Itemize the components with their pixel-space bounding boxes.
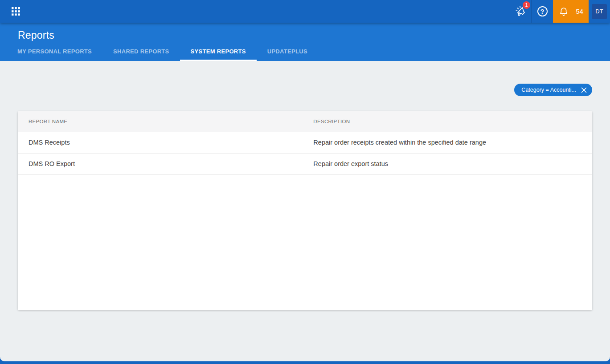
tab-bar: MY PERSONAL REPORTS SHARED REPORTS SYSTE… (7, 41, 318, 61)
notification-count: 54 (576, 8, 583, 15)
reports-table: REPORT NAME DESCRIPTION DMS Receipts Rep… (18, 111, 592, 175)
column-header-report-name: REPORT NAME (18, 111, 303, 132)
report-description-cell[interactable]: Repair order export status (303, 153, 592, 174)
filter-chip[interactable]: Category = Accounti... (514, 84, 592, 96)
report-name-cell[interactable]: DMS RO Export (18, 153, 303, 174)
help-icon: ? (537, 6, 548, 16)
app-grid-icon (12, 7, 20, 16)
filter-bar: Category = Accounti... (0, 61, 610, 96)
notifications-button[interactable]: 54 (553, 0, 589, 23)
announcements-button[interactable]: 1 (510, 0, 531, 23)
bell-icon (558, 6, 569, 17)
report-description-cell[interactable]: Repair order receipts created within the… (303, 132, 592, 153)
app-grid-button[interactable] (11, 7, 20, 16)
help-button[interactable]: ? (532, 0, 553, 23)
tab-system-reports[interactable]: SYSTEM REPORTS (180, 41, 257, 61)
table-row[interactable]: DMS Receipts Repair order receipts creat… (18, 132, 592, 153)
chip-close-icon[interactable] (581, 87, 587, 93)
top-bar: 1 ? 54 DT (0, 0, 610, 23)
report-name-cell[interactable]: DMS Receipts (18, 132, 303, 153)
content-area: Category = Accounti... REPORT NAME DESCR… (0, 61, 610, 361)
column-header-description: DESCRIPTION (303, 111, 592, 132)
table-header-row: REPORT NAME DESCRIPTION (18, 111, 592, 132)
tab-updateplus[interactable]: UPDATEPLUS (257, 41, 318, 61)
page-header: Reports MY PERSONAL REPORTS SHARED REPOR… (0, 23, 610, 61)
tab-my-personal-reports[interactable]: MY PERSONAL REPORTS (7, 41, 102, 61)
announcement-badge: 1 (523, 1, 530, 9)
tab-shared-reports[interactable]: SHARED REPORTS (102, 41, 180, 61)
page-title: Reports (18, 23, 610, 41)
table-row[interactable]: DMS RO Export Repair order export status (18, 153, 592, 174)
page: 1 ? 54 DT Reports MY PERSONAL REPORTS SH… (0, 0, 610, 364)
topbar-actions: 1 ? 54 DT (510, 0, 610, 23)
filter-chip-label: Category = Accounti... (521, 87, 576, 93)
reports-table-card: REPORT NAME DESCRIPTION DMS Receipts Rep… (18, 111, 592, 310)
avatar[interactable]: DT (592, 4, 607, 19)
